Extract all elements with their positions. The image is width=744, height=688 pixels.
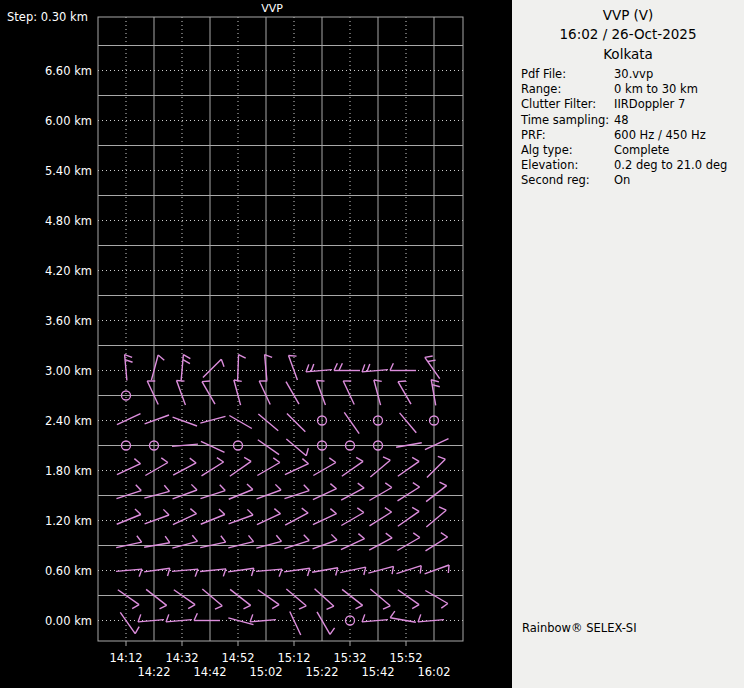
- info-field-value: 30.vvp: [614, 67, 739, 82]
- wind-barb-staff: [238, 355, 239, 381]
- info-field-row: Time sampling:48: [521, 113, 739, 128]
- y-axis-label: 6.00 km: [45, 114, 92, 128]
- wind-barb-feather: [420, 566, 421, 574]
- plot-background: [0, 0, 512, 688]
- x-axis-label: 15:32: [333, 651, 366, 665]
- info-field-value: 48: [614, 113, 739, 128]
- y-axis-label: 3.60 km: [45, 314, 92, 328]
- info-field-label: Pdf File:: [521, 67, 614, 82]
- y-axis-label: 1.80 km: [45, 464, 92, 478]
- info-field-value: 0.2 deg to 21.0 deg: [614, 158, 739, 173]
- x-axis-label: 14:42: [193, 665, 226, 679]
- wind-barb-feather: [398, 381, 406, 382]
- x-axis-label: 15:22: [305, 665, 338, 679]
- product-datetime: 16:02 / 26-Oct-2025: [512, 26, 744, 42]
- info-field-value: On: [614, 173, 739, 188]
- y-axis-label: 0.60 km: [45, 564, 92, 578]
- info-panel: VVP (V) 16:02 / 26-Oct-2025 Kolkata Pdf …: [512, 0, 744, 688]
- vvp-window: 6.60 km6.00 km5.40 km4.80 km4.20 km3.60 …: [0, 0, 744, 688]
- info-field-row: Elevation:0.2 deg to 21.0 deg: [521, 158, 739, 173]
- info-field-value: IIRDoppler 7: [614, 97, 739, 112]
- wind-barb-feather: [448, 565, 449, 573]
- info-field-row: Alg type:Complete: [521, 143, 739, 158]
- info-field-value: Complete: [614, 143, 739, 158]
- wind-barb-feather: [177, 380, 185, 381]
- vvp-chart: 6.60 km6.00 km5.40 km4.80 km4.20 km3.60 …: [0, 0, 512, 688]
- info-field-label: Alg type:: [521, 143, 614, 158]
- info-field-row: Second reg:On: [521, 173, 739, 188]
- brand-footer: Rainbow® SELEX-SI: [522, 621, 637, 635]
- y-axis-label: 5.40 km: [45, 164, 92, 178]
- step-label: Step: 0.30 km: [7, 10, 88, 24]
- info-field-value: 600 Hz / 450 Hz: [614, 128, 739, 143]
- y-axis-label: 2.40 km: [45, 414, 92, 428]
- x-axis-label: 14:22: [137, 665, 170, 679]
- info-field-label: PRF:: [521, 128, 614, 143]
- info-field-label: Clutter Filter:: [521, 97, 614, 112]
- info-field-value: 0 km to 30 km: [614, 82, 739, 97]
- info-field-label: Second reg:: [521, 173, 614, 188]
- wind-barb-feather: [202, 381, 210, 382]
- info-field-row: PRF:600 Hz / 450 Hz: [521, 128, 739, 143]
- product-title: VVP (V): [512, 7, 744, 23]
- x-axis-label: 16:02: [417, 665, 450, 679]
- x-axis-label: 14:52: [221, 651, 254, 665]
- y-axis-label: 6.60 km: [45, 64, 92, 78]
- x-axis-label: 14:12: [109, 651, 142, 665]
- info-field-row: Pdf File:30.vvp: [521, 67, 739, 82]
- wind-barb-feather: [289, 355, 297, 356]
- y-axis-label: 0.00 km: [45, 614, 92, 628]
- x-axis-label: 14:32: [165, 651, 198, 665]
- x-axis-label: 15:52: [389, 651, 422, 665]
- info-field-label: Range:: [521, 82, 614, 97]
- chart-title: VVP: [172, 2, 372, 15]
- x-axis-label: 15:02: [249, 665, 282, 679]
- info-fields: Pdf File:30.vvpRange:0 km to 30 kmClutte…: [521, 67, 739, 189]
- y-axis-label: 4.20 km: [45, 264, 92, 278]
- info-field-label: Time sampling:: [521, 113, 614, 128]
- info-field-row: Range:0 km to 30 km: [521, 82, 739, 97]
- x-axis-label: 15:42: [361, 665, 394, 679]
- info-field-row: Clutter Filter:IIRDoppler 7: [521, 97, 739, 112]
- x-axis-label: 15:12: [277, 651, 310, 665]
- wind-barb-feather: [317, 380, 325, 381]
- info-field-label: Elevation:: [521, 158, 614, 173]
- y-axis-label: 3.00 km: [45, 364, 92, 378]
- site-name: Kolkata: [512, 46, 744, 62]
- y-axis-label: 4.80 km: [45, 214, 92, 228]
- y-axis-label: 1.20 km: [45, 514, 92, 528]
